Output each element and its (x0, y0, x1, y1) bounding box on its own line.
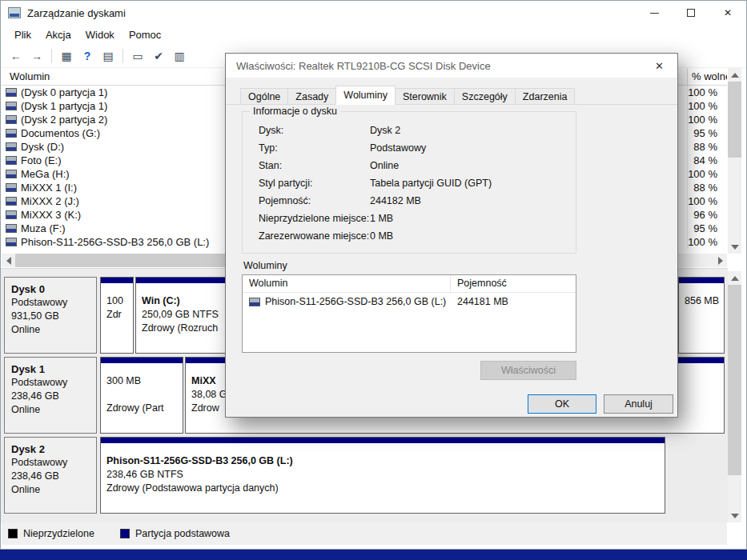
volume-name: Dysk (D:) (21, 140, 64, 154)
table-header: Wolumin Pojemność (243, 275, 576, 293)
graph-vertical-scrollbar[interactable] (728, 271, 741, 522)
menu-item-akcja[interactable]: Akcja (38, 26, 78, 43)
tab-zdarzenia[interactable]: Zdarzenia (515, 88, 576, 105)
back-icon[interactable]: ← (6, 46, 26, 66)
graph-view-icon[interactable]: ▥ (170, 46, 189, 66)
table-cell-volume: Phison-S11-256G-SSD-B3 256,0 GB (L:) (265, 296, 448, 307)
console-tree-icon[interactable]: ▦ (57, 46, 76, 66)
volume-free-percent: 88 % (687, 181, 727, 194)
forward-icon[interactable]: → (27, 46, 46, 66)
volume-name: MiXXX 3 (K:) (21, 208, 81, 222)
volume-name: MiXXX 2 (J:) (21, 194, 79, 208)
volume-icon (6, 102, 17, 110)
disk-status: Online (11, 483, 90, 497)
list-vertical-scrollbar[interactable] (728, 68, 741, 254)
toolbar-separator (51, 49, 52, 63)
toolbar-separator (122, 49, 123, 63)
primary-partition-swatch (120, 529, 130, 538)
dialog-title-bar: Właściwości: Realtek RTL9210B-CG SCSI Di… (226, 54, 677, 78)
info-row: Typ:Podstawowy (259, 142, 576, 154)
disk-panel[interactable]: Dysk 2 Podstawowy 238,46 GB Online (4, 437, 97, 514)
legend-item-primary-partition: Partycja podstawowa (120, 528, 230, 539)
scroll-up-icon[interactable] (728, 271, 741, 285)
maximize-button[interactable] (673, 1, 709, 25)
scroll-up-icon[interactable] (728, 68, 741, 82)
legend-item-unallocated: Nieprzydzielone (8, 528, 94, 539)
info-label: Nieprzydzielone miejsce: (259, 213, 370, 225)
disk-info-groupbox: Informacje o dysku Dysk:Dysk 2 Typ:Podst… (242, 111, 576, 254)
close-icon: ✕ (655, 60, 664, 72)
partition-status: Zdrowy (Part (106, 402, 177, 415)
menu-item-plik[interactable]: Plik (7, 26, 38, 43)
partition-label (106, 388, 177, 402)
scroll-left-icon[interactable] (2, 254, 15, 267)
info-row: Stan:Online (259, 160, 576, 172)
volume-icon (6, 210, 17, 219)
partition-color-strip (679, 278, 724, 283)
properties-icon[interactable]: ▤ (98, 46, 118, 66)
disk-panel[interactable]: Dysk 1 Podstawowy 238,46 GB Online (4, 357, 97, 434)
close-button[interactable]: ✕ (709, 1, 746, 25)
partition-label: Phison-S11-256G-SSD-B3 256,0 GB (L:) (106, 454, 659, 468)
info-value: Tabela partycji GUID (GPT) (370, 178, 492, 190)
app-icon (8, 7, 21, 18)
disk-panel[interactable]: Dysk 0 Podstawowy 931,50 GB Online (4, 277, 97, 354)
volume-free-percent: 88 % (687, 140, 727, 154)
help-icon[interactable]: ? (78, 46, 97, 66)
partition-label: 300 MB (106, 374, 177, 388)
ok-button[interactable]: OK (528, 394, 596, 414)
tab-ogolne[interactable]: Ogólne (240, 88, 288, 105)
title-bar: Zarządzanie dyskami ✕ (1, 1, 746, 25)
scroll-down-icon[interactable] (728, 240, 741, 254)
info-label: Styl partycji: (259, 178, 370, 190)
column-header-capacity[interactable]: Pojemność (451, 275, 507, 292)
volume-free-percent: 100 % (687, 194, 727, 208)
menu-item-pomoc[interactable]: Pomoc (122, 26, 168, 43)
info-value: 0 MB (370, 230, 393, 242)
partition[interactable]: 100 Zdr (100, 277, 134, 354)
tab-sterownik[interactable]: Sterownik (395, 88, 455, 105)
info-row: Zarezerwowane miejsce:0 MB (259, 230, 576, 242)
volume-icon (6, 115, 17, 124)
partition[interactable]: 300 MB Zdrowy (Part (100, 357, 183, 434)
volume-icon (6, 224, 17, 233)
info-value: Podstawowy (370, 142, 426, 154)
maximize-icon (687, 9, 695, 17)
table-row[interactable]: Phison-S11-256G-SSD-B3 256,0 GB (L:) 244… (243, 293, 576, 312)
scroll-down-icon[interactable] (728, 509, 741, 522)
disk-name: Dysk 2 (11, 442, 90, 456)
tab-woluminy[interactable]: Woluminy (335, 86, 396, 105)
partition-color-strip (101, 278, 133, 283)
tab-zasady[interactable]: Zasady (287, 88, 336, 105)
scrollbar-thumb[interactable] (728, 82, 741, 158)
check-disk-icon[interactable]: ✔ (149, 46, 168, 66)
partition-status: Zdrowy (Podstawowa partycja danych) (106, 482, 659, 495)
volume-icon (6, 129, 17, 138)
info-label: Stan: (259, 160, 370, 172)
scroll-right-icon[interactable] (713, 254, 727, 267)
column-header-wolumin[interactable]: Wolumin (10, 70, 50, 82)
partition[interactable]: 856 MB (678, 277, 725, 354)
tab-strip: Ogólne Zasady Woluminy Sterownik Szczegó… (240, 86, 574, 105)
cancel-button[interactable]: Anuluj (604, 394, 673, 414)
column-header-volume[interactable]: Wolumin (243, 275, 451, 292)
volume-free-percent: 84 % (687, 154, 727, 167)
menu-item-widok[interactable]: Widok (78, 26, 122, 43)
table-cell-capacity: 244181 MB (457, 296, 508, 307)
volume-name: Phison-S11-256G-SSD-B3 256,0 GB (L:) (21, 235, 209, 249)
info-row: Dysk:Dysk 2 (259, 125, 576, 137)
action-pane-icon[interactable]: ▭ (128, 46, 147, 66)
minimize-button[interactable] (636, 1, 673, 25)
partition-label: 856 MB (685, 294, 718, 308)
scrollbar-thumb[interactable] (728, 285, 741, 475)
tab-szczegoly[interactable]: Szczegóły (454, 88, 516, 105)
partition[interactable]: Phison-S11-256G-SSD-B3 256,0 GB (L:) 238… (100, 437, 665, 514)
volume-name: (Dysk 2 partycja 2) (21, 113, 107, 126)
volume-name: (Dysk 1 partycja 1) (21, 99, 107, 113)
column-header-free[interactable]: % wolnej (687, 68, 727, 86)
volume-icon (6, 183, 17, 192)
properties-dialog: Właściwości: Realtek RTL9210B-CG SCSI Di… (225, 53, 678, 418)
dialog-title: Właściwości: Realtek RTL9210B-CG SCSI Di… (236, 60, 491, 72)
partition-label: 100 (106, 294, 127, 308)
dialog-close-button[interactable]: ✕ (641, 54, 677, 78)
